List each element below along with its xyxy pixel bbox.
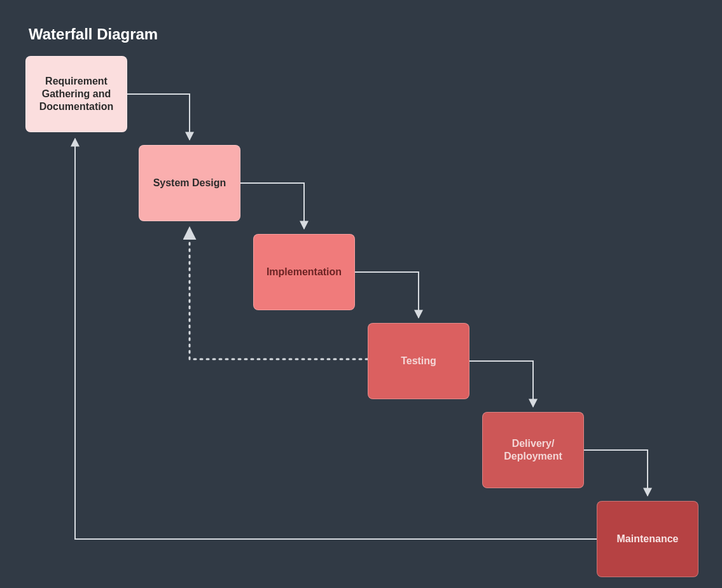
arrow-n5-n6 [584, 450, 648, 496]
arrow-n1-n2 [127, 94, 190, 140]
arrow-n4-n5 [469, 361, 533, 407]
node-testing: Testing [368, 323, 469, 399]
node-system-design: System Design [139, 145, 240, 221]
arrow-n3-n4 [355, 272, 419, 318]
node-requirements: Requirement Gathering and Documentation [25, 56, 127, 132]
node-implementation: Implementation [253, 234, 355, 310]
node-delivery: Delivery/ Deployment [482, 412, 584, 488]
diagram-canvas: Requirement Gathering and Documentation … [0, 0, 722, 588]
node-maintenance: Maintenance [597, 501, 698, 577]
arrow-n2-n3 [240, 183, 304, 229]
